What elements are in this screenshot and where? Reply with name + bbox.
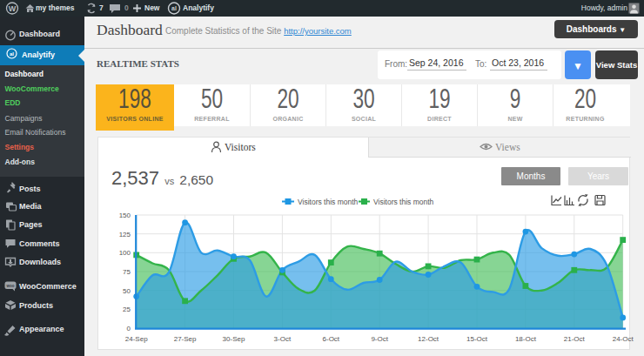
svg-text:75: 75	[123, 268, 131, 276]
svg-text:18-Oct: 18-Oct	[515, 335, 537, 343]
svg-text:24-Sep: 24-Sep	[125, 335, 148, 343]
svg-text:0: 0	[127, 325, 131, 332]
svg-text:24-Oct: 24-Oct	[613, 335, 634, 343]
svg-text:Visitors this month: Visitors this month	[373, 198, 434, 206]
svg-text:150: 150	[119, 212, 131, 219]
svg-text:21-Oct: 21-Oct	[564, 335, 586, 343]
svg-text:Visitors this month: Visitors this month	[298, 198, 359, 206]
svg-text:25: 25	[123, 306, 131, 313]
svg-text:12-Oct: 12-Oct	[418, 335, 439, 343]
svg-text:100: 100	[119, 249, 131, 257]
svg-text:9-Oct: 9-Oct	[371, 335, 388, 343]
svg-text:30-Sep: 30-Sep	[223, 335, 245, 343]
svg-text:125: 125	[119, 231, 131, 238]
svg-text:50: 50	[123, 287, 131, 295]
svg-text:6-Oct: 6-Oct	[323, 335, 340, 343]
svg-text:27-Sep: 27-Sep	[174, 335, 197, 343]
svg-text:15-Oct: 15-Oct	[466, 335, 488, 343]
svg-text:3-Oct: 3-Oct	[274, 335, 292, 343]
